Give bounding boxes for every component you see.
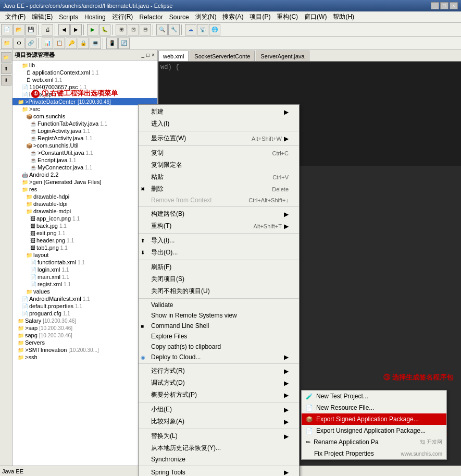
tree-item-servers[interactable]: 📁Servers bbox=[13, 339, 157, 346]
tb5[interactable]: 🔧 bbox=[168, 24, 180, 35]
ctx-replace[interactable]: 替换为(L)▶ bbox=[139, 430, 299, 442]
menu-run[interactable]: 运行(R) bbox=[109, 11, 136, 22]
menu-help[interactable]: 帮助(H) bbox=[330, 11, 357, 22]
ctx-refresh[interactable]: 刷新(F) bbox=[139, 261, 299, 273]
back-btn[interactable]: ◀ bbox=[58, 24, 70, 35]
tb6[interactable]: ☁ bbox=[185, 24, 196, 35]
tree-item-src[interactable]: 📁>src bbox=[13, 105, 157, 113]
ctx-compare[interactable]: 比较对象(A)▶ bbox=[139, 416, 299, 428]
tree-item-myconnector[interactable]: ☕MyConnector.java1.1 bbox=[13, 164, 157, 171]
ctx-validate[interactable]: Validate bbox=[139, 300, 299, 310]
left-icon-2[interactable]: ⬆ bbox=[1, 64, 11, 74]
menu-file[interactable]: 文件(F) bbox=[2, 11, 29, 22]
sm-fix-project[interactable]: Fix Project Properties www.sunchis.com bbox=[302, 448, 446, 459]
tree-item-android22[interactable]: 🤖Android 2.2 bbox=[13, 171, 157, 178]
menu-edit[interactable]: 编辑(E) bbox=[29, 11, 56, 22]
sm-rename-app-pa[interactable]: ✏ Rename Application Pa 知 开发网 bbox=[302, 436, 446, 448]
tree-item-smt[interactable]: 📁>SMTInnovation[10.200.30...] bbox=[13, 346, 157, 353]
tree-item-util-pkg[interactable]: 📦>com.sunchis.Util bbox=[13, 142, 157, 149]
ctx-copy-qualified[interactable]: 复制限定名 bbox=[139, 159, 299, 171]
tree-item-psc[interactable]: 📄110407003657.psc1.1 bbox=[13, 83, 157, 91]
tree-item-registxml[interactable]: 📄regist.xml1.1 bbox=[13, 280, 157, 288]
close-panel-icon[interactable]: × bbox=[151, 52, 155, 58]
ctx-close-project[interactable]: 关闭项目(S) bbox=[139, 273, 299, 285]
tree-item-function[interactable]: ☕FunctionTabActivity.java1.1 bbox=[13, 120, 157, 127]
expand-panel-icon[interactable]: □ bbox=[146, 52, 150, 58]
tb3[interactable]: ⊟ bbox=[140, 24, 151, 35]
tree-item-defaultprop[interactable]: 📄default.properties1.1 bbox=[13, 302, 157, 310]
tree-item-manifest[interactable]: 📄AndroidManifest.xml1.1 bbox=[13, 295, 157, 302]
tb2-2[interactable]: ⚙ bbox=[13, 38, 24, 49]
new-btn[interactable]: 📄 bbox=[1, 24, 13, 35]
tree-item-lib[interactable]: 📁lib bbox=[13, 62, 157, 69]
tree-item-header[interactable]: 🖼header.png1.1 bbox=[13, 237, 157, 244]
menu-source[interactable]: Source bbox=[166, 13, 192, 22]
menu-project[interactable]: 项目(P) bbox=[246, 11, 273, 22]
forward-btn[interactable]: ▶ bbox=[70, 24, 82, 35]
tab-serveragent[interactable]: ServerAgent.java bbox=[256, 51, 309, 61]
ctx-synchronize[interactable]: Synchronize bbox=[139, 454, 299, 465]
print-btn[interactable]: 🖨 bbox=[42, 24, 53, 35]
ctx-restore[interactable]: 从本地历史记录恢复(Y)... bbox=[139, 442, 299, 454]
tree-item-sapg[interactable]: 📁sapg[10.200.30.46] bbox=[13, 332, 157, 339]
tb2-4[interactable]: 📊 bbox=[42, 38, 53, 49]
tree-item-loginxml[interactable]: 📄login.xml1.1 bbox=[13, 266, 157, 273]
open-btn[interactable]: 📂 bbox=[13, 24, 24, 35]
sm-new-resource-file[interactable]: 📄 New Resource File... bbox=[302, 402, 446, 413]
ctx-paste[interactable]: 粘贴Ctrl+V bbox=[139, 171, 299, 183]
tree-item-regist[interactable]: ☕RegistActivity.java1.1 bbox=[13, 135, 157, 142]
tb2-1[interactable]: 📁 bbox=[1, 38, 13, 49]
tb7[interactable]: 📡 bbox=[197, 24, 208, 35]
ctx-delete[interactable]: ✖删除Delete bbox=[139, 183, 299, 195]
ctx-deploy-cloud[interactable]: ◉Deploy to Cloud...▶ bbox=[139, 352, 299, 362]
tb4[interactable]: 🔍 bbox=[156, 24, 168, 35]
tab-webxml[interactable]: web.xml bbox=[158, 51, 189, 61]
sm-new-test-project[interactable]: 🧪 New Test Project... bbox=[302, 390, 446, 402]
minimize-panel-icon[interactable]: _ bbox=[141, 52, 145, 58]
menu-window[interactable]: 窗口(W) bbox=[301, 11, 330, 22]
tb2-10[interactable]: 🔄 bbox=[118, 38, 130, 49]
ctx-new[interactable]: 新建▶ bbox=[139, 106, 299, 118]
tb2-5[interactable]: 📋 bbox=[54, 38, 65, 49]
tree-item-ldpi[interactable]: 📁drawable-ldpi bbox=[13, 200, 157, 208]
ctx-spring-tools[interactable]: Spring Tools▶ bbox=[139, 467, 299, 476]
debug-btn[interactable]: 🐛 bbox=[99, 24, 110, 35]
tb1[interactable]: ⊞ bbox=[116, 24, 127, 35]
tb2-6[interactable]: 🔑 bbox=[66, 38, 77, 49]
tree-item-webxml[interactable]: 🗒web.xml1.1 bbox=[13, 76, 157, 83]
left-icon-1[interactable]: 📁 bbox=[1, 52, 11, 63]
tb2-7[interactable]: 🔒 bbox=[78, 38, 89, 49]
tree-item-tab1[interactable]: 🖼tab1.png1.1 bbox=[13, 244, 157, 251]
tree-item-index[interactable]: 📄index.jsp1.1 bbox=[13, 91, 157, 98]
tb2-3[interactable]: 🔗 bbox=[25, 38, 36, 49]
ctx-show-location[interactable]: 显示位置(W)Alt+Shift+W▶ bbox=[139, 132, 299, 144]
tree-item-res[interactable]: 📁res bbox=[13, 186, 157, 193]
ctx-copy[interactable]: 复制Ctrl+C bbox=[139, 147, 299, 159]
tree-item-values[interactable]: 📁values bbox=[13, 288, 157, 295]
tb2-9[interactable]: 📱 bbox=[106, 38, 118, 49]
tab-socketservlet[interactable]: SocketServerletConte bbox=[190, 51, 255, 61]
tree-item-com-sunchis[interactable]: 📦com.sunchis bbox=[13, 113, 157, 120]
tree-item-gen[interactable]: 📁>gen [Generated Java Files] bbox=[13, 178, 157, 186]
tree-item-appcontext[interactable]: 🗒applicationContext.xml1.1 bbox=[13, 69, 157, 76]
ctx-run[interactable]: 运行方式(R)▶ bbox=[139, 365, 299, 377]
tree-item-mdpi[interactable]: 📁drawable-mdpi bbox=[13, 208, 157, 215]
ctx-show-remote[interactable]: Show in Remote Systems view bbox=[139, 310, 299, 321]
ctx-import[interactable]: ⬆导入(I)... bbox=[139, 235, 299, 247]
tree-item-login[interactable]: ☕LoginActivity.java1.1 bbox=[13, 127, 157, 135]
save-btn[interactable]: 💾 bbox=[25, 24, 36, 35]
maximize-button[interactable]: □ bbox=[440, 2, 448, 9]
left-icon-3[interactable]: ⬇ bbox=[1, 75, 11, 86]
tree-item-hdpi[interactable]: 📁drawable-hdpi bbox=[13, 193, 157, 200]
minimize-button[interactable]: _ bbox=[431, 2, 439, 9]
tree-item-ssh[interactable]: 📁>ssh bbox=[13, 353, 157, 361]
tree-item-sap[interactable]: 📁>sap[10.200.30.46] bbox=[13, 324, 157, 332]
tree-item-mainxml[interactable]: 📄main.xml1.1 bbox=[13, 273, 157, 280]
tree-item-functiontab[interactable]: 📄functiontab.xml1.1 bbox=[13, 259, 157, 266]
sm-export-signed[interactable]: 📦 Export Signed Application Package... bbox=[302, 413, 446, 425]
tree-item-exit[interactable]: 🖼exit.png1.1 bbox=[13, 229, 157, 237]
ctx-group[interactable]: 小组(E)▶ bbox=[139, 404, 299, 416]
tree-item-appicon[interactable]: 🖼app_icon.png1.1 bbox=[13, 215, 157, 222]
ctx-build-path[interactable]: 构建路径(B)▶ bbox=[139, 208, 299, 220]
tree-item-layout[interactable]: 📁layout bbox=[13, 251, 157, 259]
